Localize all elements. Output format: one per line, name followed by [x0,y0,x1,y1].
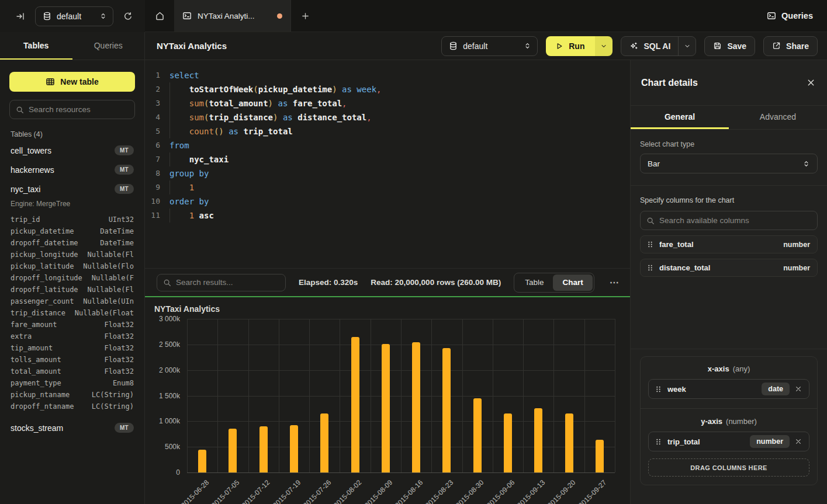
column-row[interactable]: passenger_countNullable(UIn [9,296,135,307]
code-line: 6from [145,138,630,152]
collapse-sidebar-button[interactable] [12,8,29,25]
chevron-down-icon [600,43,607,50]
results-search-input[interactable] [176,278,279,287]
available-columns-list: fare_totalnumberdistance_totalnumber [640,230,818,277]
table-row-cell_towers[interactable]: cell_towersMT [9,141,135,160]
column-type: Float32 [104,356,134,364]
column-row[interactable]: dropoff_ntanameLC(String) [9,401,135,412]
sidebar-tab-queries[interactable]: Queries [72,32,145,60]
results-more-button[interactable]: ⋯ [607,277,622,288]
header-database-select[interactable]: default [441,36,538,56]
column-name: pickup_datetime [11,227,100,235]
play-icon [555,42,563,50]
save-icon [713,41,722,50]
drag-handle-icon[interactable] [655,438,662,446]
x-axis-title-hint: (any) [733,364,750,373]
panel-tab-advanced[interactable]: Advanced [729,106,827,129]
chart-type-select[interactable]: Bar [640,154,818,173]
share-button-label: Share [786,41,809,51]
table-row-nyc_taxi[interactable]: nyc_taxiMT [9,179,135,199]
column-row[interactable]: tip_amountFloat32 [9,342,135,354]
engine-badge: MT [115,423,134,433]
code-text: sum(total_amount) as fare_total, [169,96,347,110]
remove-chip-button[interactable] [795,385,802,392]
column-row[interactable]: extraFloat32 [9,331,135,342]
terminal-icon [767,11,776,20]
columns-search-input[interactable] [659,216,811,225]
column-row[interactable]: pickup_ntanameLC(String) [9,389,135,401]
column-row[interactable]: tolls_amountFloat32 [9,354,135,366]
column-row[interactable]: dropoff_latitudeNullable(Fl [9,284,135,296]
run-button-label: Run [569,41,584,51]
run-button[interactable]: Run [546,36,595,56]
panel-tab-general[interactable]: General [631,106,729,129]
queries-button[interactable]: Queries [767,11,813,20]
column-row[interactable]: fare_amountFloat32 [9,319,135,331]
line-number: 7 [145,152,169,166]
table-row-stocks_stream[interactable]: stocks_streamMT [9,418,135,437]
drag-handle-icon[interactable] [646,241,654,248]
sidebar-tab-tables[interactable]: Tables [0,32,72,60]
code-text: from [169,138,189,152]
bar [290,425,298,473]
tables-header: Tables (4) [11,130,134,138]
bar [412,342,420,472]
save-button-label: Save [727,41,746,51]
close-panel-button[interactable] [807,78,815,87]
x-axis-chips: weekdate [648,379,809,399]
column-row[interactable]: dropoff_datetimeDateTime [9,237,135,249]
code-line: 4 sum(trip_distance) as distance_total, [145,110,630,124]
column-name: dropoff_datetime [11,239,100,247]
column-row[interactable]: payment_typeEnum8 [9,377,135,389]
run-options-button[interactable] [595,36,613,56]
x-axis-title: x-axis(any) [648,364,809,373]
column-chip-fare_total[interactable]: fare_totalnumber [640,235,818,253]
chevrons-updown-icon [524,42,531,50]
chip-type: number [783,241,810,249]
bar [473,398,482,472]
column-row[interactable]: trip_idUInt32 [9,214,135,225]
sidebar-search-input[interactable] [29,105,129,114]
column-row[interactable]: total_amountFloat32 [9,366,135,377]
home-button[interactable] [145,0,174,32]
y-axis-tick-label: 0 [145,468,180,477]
tab-nytaxi-analytics[interactable]: NYTaxi Analyti... [174,0,291,32]
save-button[interactable]: Save [704,36,755,56]
column-row[interactable]: dropoff_longitudeNullable(F [9,272,135,284]
drag-handle-icon[interactable] [646,264,654,272]
column-row[interactable]: pickup_latitudeNullable(Flo [9,260,135,272]
table-name: nyc_taxi [11,185,110,194]
sql-ai-options-button[interactable] [678,37,695,55]
column-row[interactable]: pickup_datetimeDateTime [9,225,135,237]
share-button[interactable]: Share [763,36,818,56]
code-text: 1 [169,180,194,194]
view-toggle-table[interactable]: Table [515,274,553,291]
bar [198,450,206,472]
column-row[interactable]: pickup_longitudeNullable(Fl [9,249,135,260]
table-name: cell_towers [11,146,110,155]
code-line: 7 nyc_taxi [145,152,630,166]
drag-handle-icon[interactable] [655,385,662,393]
bar [320,413,328,472]
ellipsis-icon: ⋯ [610,277,620,287]
remove-chip-button[interactable] [795,438,802,445]
column-type: Nullable(F [92,274,134,282]
bar [565,413,573,472]
column-chip-distance_total[interactable]: distance_totalnumber [640,259,818,277]
column-chip-week[interactable]: weekdate [648,379,809,399]
topbar-database-select[interactable]: default [35,6,113,26]
column-row[interactable]: trip_distanceNullable(Float [9,307,135,319]
y-axis-tick-label: 3 000k [145,315,180,323]
code-text: 1 asc [169,208,214,223]
table-row-hackernews[interactable]: hackernewsMT [9,160,135,179]
new-table-button-label: New table [60,77,98,86]
column-chip-trip_total[interactable]: trip_totalnumber [648,432,809,451]
view-toggle-chart[interactable]: Chart [553,274,592,291]
refresh-button[interactable] [119,8,137,25]
database-icon [43,12,51,20]
sql-ai-button[interactable]: SQL AI [621,36,696,56]
new-tab-button[interactable] [291,0,319,32]
drag-columns-dropzone[interactable]: DRAG COLUMNS HERE [648,458,809,477]
new-table-button[interactable]: New table [9,72,135,92]
sql-editor[interactable]: 1select2 toStartOfWeek(pickup_datetime) … [145,60,630,268]
